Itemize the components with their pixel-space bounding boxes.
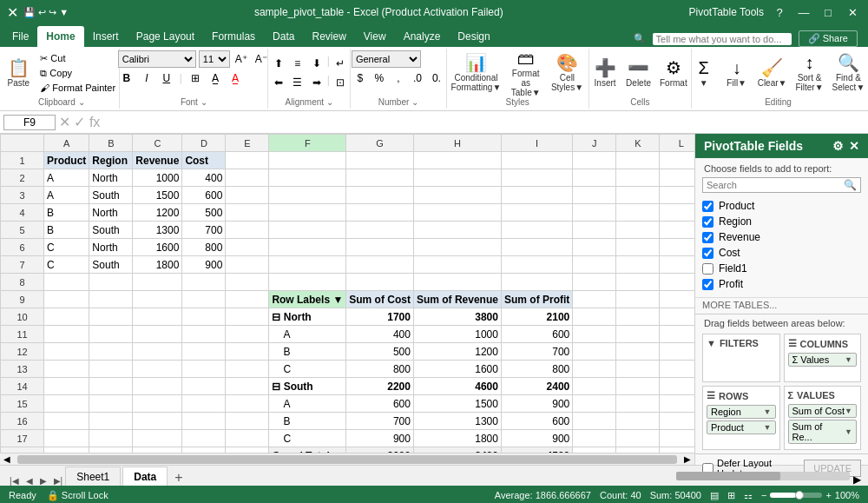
cell-H11[interactable]: 1000 xyxy=(413,326,501,343)
col-L[interactable]: L xyxy=(660,135,694,152)
cell-L8[interactable] xyxy=(660,274,694,291)
cell-K9[interactable] xyxy=(616,291,660,308)
paste-button[interactable]: 📋 Paste xyxy=(3,50,34,96)
merge-center-button[interactable]: ⊡ xyxy=(332,74,349,91)
align-bottom-button[interactable]: ⬇ xyxy=(308,55,326,72)
view-pagebreak-icon[interactable]: ⚏ xyxy=(744,490,753,501)
cell-L5[interactable] xyxy=(660,222,694,239)
cell-E9[interactable] xyxy=(226,291,269,308)
share-button[interactable]: 🔗 Share xyxy=(799,30,858,47)
wrap-text-button[interactable]: ↵ xyxy=(332,55,349,72)
col-A[interactable]: A xyxy=(44,135,89,152)
comma-button[interactable]: % xyxy=(371,69,388,87)
cell-I8[interactable] xyxy=(501,274,572,291)
cell-E13[interactable] xyxy=(226,361,269,378)
cell-L15[interactable] xyxy=(660,395,694,413)
font-color-button[interactable]: A̲ xyxy=(227,69,244,87)
pivot-more-tables[interactable]: MORE TABLES... xyxy=(695,297,868,312)
cell-K10[interactable] xyxy=(616,308,660,326)
cell-A14[interactable] xyxy=(44,378,89,395)
cell-J13[interactable] xyxy=(573,361,616,378)
cell-C12[interactable] xyxy=(133,343,182,361)
dollar-button[interactable]: , xyxy=(390,69,407,87)
cell-reference-input[interactable] xyxy=(3,115,56,130)
cell-K13[interactable] xyxy=(616,361,660,378)
cell-B4[interactable]: North xyxy=(89,204,133,222)
cell-E12[interactable] xyxy=(226,343,269,361)
pivot-field-region-checkbox[interactable] xyxy=(702,216,713,228)
cell-D3[interactable]: 600 xyxy=(182,187,226,204)
cell-J15[interactable] xyxy=(573,395,616,413)
cell-C8[interactable] xyxy=(133,274,182,291)
cell-K4[interactable] xyxy=(616,204,660,222)
cell-G15[interactable]: 600 xyxy=(346,395,414,413)
cell-G1[interactable] xyxy=(346,152,414,169)
cell-C13[interactable] xyxy=(133,361,182,378)
pivot-value-revenue-tag[interactable]: Sum of Re... ▼ xyxy=(788,420,858,444)
cell-I2[interactable] xyxy=(501,169,572,187)
decrease-decimal-button[interactable]: 0. xyxy=(428,69,445,87)
cell-I4[interactable] xyxy=(501,204,572,222)
cell-K15[interactable] xyxy=(616,395,660,413)
cell-I5[interactable] xyxy=(501,222,572,239)
cell-A4[interactable]: B xyxy=(44,204,89,222)
sheet-first-arrow[interactable]: |◀ xyxy=(7,476,22,486)
cell-K5[interactable] xyxy=(616,222,660,239)
pivot-search-input[interactable] xyxy=(703,178,840,192)
cell-I12[interactable]: 700 xyxy=(501,343,572,361)
copy-button[interactable]: ⧉ Copy xyxy=(36,66,120,80)
cell-L6[interactable] xyxy=(660,239,694,256)
cell-L2[interactable] xyxy=(660,169,694,187)
cell-C11[interactable] xyxy=(133,326,182,343)
cell-E14[interactable] xyxy=(226,378,269,395)
cell-G17[interactable]: 900 xyxy=(346,430,414,447)
cell-D5[interactable]: 700 xyxy=(182,222,226,239)
cell-B5[interactable]: South xyxy=(89,222,133,239)
font-decrease-button[interactable]: A⁻ xyxy=(253,50,270,68)
cell-F9[interactable]: Row Labels ▼ xyxy=(269,291,346,308)
cell-E15[interactable] xyxy=(226,395,269,413)
increase-decimal-button[interactable]: .0 xyxy=(409,69,426,87)
percent-button[interactable]: $ xyxy=(352,69,369,87)
cell-K12[interactable] xyxy=(616,343,660,361)
maximize-button[interactable]: □ xyxy=(819,3,837,21)
find-select-button[interactable]: 🔍 Find &Select▼ xyxy=(829,50,868,96)
italic-button[interactable]: I xyxy=(138,69,155,87)
cell-D4[interactable]: 500 xyxy=(182,204,226,222)
zoom-out-button[interactable]: − xyxy=(761,490,766,500)
pivot-row-region-tag[interactable]: Region ▼ xyxy=(707,405,776,419)
cell-G5[interactable] xyxy=(346,222,414,239)
cell-B8[interactable] xyxy=(89,274,133,291)
tab-design[interactable]: Design xyxy=(449,26,498,47)
cell-I15[interactable]: 900 xyxy=(501,395,572,413)
cell-A3[interactable]: A xyxy=(44,187,89,204)
cell-D17[interactable] xyxy=(182,430,226,447)
cell-J1[interactable] xyxy=(573,152,616,169)
cell-B1[interactable]: Region xyxy=(89,152,133,169)
cell-H3[interactable] xyxy=(413,187,501,204)
cell-F13[interactable]: C xyxy=(269,361,346,378)
cell-G4[interactable] xyxy=(346,204,414,222)
cell-D16[interactable] xyxy=(182,413,226,430)
cell-A9[interactable] xyxy=(44,291,89,308)
cell-B15[interactable] xyxy=(89,395,133,413)
cell-I9[interactable]: Sum of Profit xyxy=(501,291,572,308)
cell-A7[interactable]: C xyxy=(44,256,89,274)
sheet-prev-arrow[interactable]: ◀ xyxy=(23,476,36,486)
cell-L16[interactable] xyxy=(660,413,694,430)
col-C[interactable]: C xyxy=(133,135,182,152)
cell-L11[interactable] xyxy=(660,326,694,343)
cell-H10[interactable]: 3800 xyxy=(413,308,501,326)
cell-C17[interactable] xyxy=(133,430,182,447)
cell-J14[interactable] xyxy=(573,378,616,395)
cell-F3[interactable] xyxy=(269,187,346,204)
cell-H14[interactable]: 4600 xyxy=(413,378,501,395)
horizontal-scrollbar[interactable]: ◀ ▶ xyxy=(0,453,694,465)
cell-C15[interactable] xyxy=(133,395,182,413)
cell-A12[interactable] xyxy=(44,343,89,361)
cell-F11[interactable]: A xyxy=(269,326,346,343)
cell-F7[interactable] xyxy=(269,256,346,274)
font-increase-button[interactable]: A⁺ xyxy=(233,50,250,68)
cell-H8[interactable] xyxy=(413,274,501,291)
cell-I13[interactable]: 800 xyxy=(501,361,572,378)
